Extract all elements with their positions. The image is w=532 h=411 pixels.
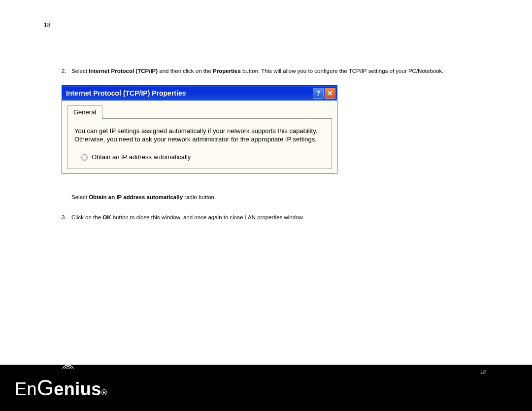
step-number: 3.: [62, 213, 71, 222]
page-number-top: 18: [44, 22, 50, 29]
instruction-substep: Select Obtain an IP address automaticall…: [71, 193, 488, 202]
window-title: Internet Protocol (TCP/IP) Properties: [66, 88, 186, 98]
text: Select: [71, 68, 89, 74]
document-content: 2. Select Internet Protocol (TCP/IP) and…: [62, 67, 488, 226]
instruction-step-3: 3. Click on the OK button to close this …: [62, 213, 488, 222]
tab-panel-general: You can get IP settings assigned automat…: [67, 118, 332, 170]
brand-text-g: G: [37, 376, 54, 400]
bold-text: Obtain an IP address automatically: [89, 194, 183, 200]
brand-text-rest: enius: [54, 379, 101, 400]
window-body: General You can get IP settings assigned…: [62, 101, 337, 173]
after-window-text: Select Obtain an IP address automaticall…: [62, 193, 488, 221]
text: radio button.: [183, 194, 216, 200]
footer-page-number: 18: [480, 370, 486, 375]
bold-text: Properties: [213, 68, 241, 74]
titlebar-buttons: ? ✕: [313, 88, 335, 99]
window-titlebar: Internet Protocol (TCP/IP) Properties ? …: [62, 86, 337, 101]
page-footer: 18 EnGenius®: [0, 365, 532, 411]
tab-general[interactable]: General: [67, 105, 102, 119]
brand-text-en: En: [15, 379, 37, 400]
step-text: Click on the OK button to close this win…: [71, 213, 488, 222]
close-button[interactable]: ✕: [325, 88, 335, 99]
brand-logo: EnGenius®: [15, 376, 107, 400]
info-text: You can get IP settings assigned automat…: [74, 127, 325, 144]
radio-obtain-ip-auto[interactable]: Obtain an IP address automatically: [81, 153, 325, 162]
text: button. This will allow you to configure…: [241, 68, 444, 74]
bold-text: OK: [102, 214, 111, 220]
brand-registered-icon: ®: [101, 388, 107, 397]
step-number: 2.: [62, 67, 71, 75]
text: and then click on the: [158, 68, 213, 74]
wifi-icon: [61, 361, 75, 370]
radio-label: Obtain an IP address automatically: [92, 153, 191, 162]
tcpip-properties-window: Internet Protocol (TCP/IP) Properties ? …: [62, 85, 337, 174]
radio-icon: [81, 154, 88, 161]
text: Click on the: [71, 214, 102, 220]
step-text: Select Internet Protocol (TCP/IP) and th…: [71, 67, 488, 75]
help-button[interactable]: ?: [313, 88, 324, 99]
tab-strip: General: [67, 105, 332, 119]
instruction-step-2: 2. Select Internet Protocol (TCP/IP) and…: [62, 67, 488, 75]
text: Select: [71, 194, 89, 200]
text: button to close this window, and once ag…: [111, 214, 304, 220]
bold-text: Internet Protocol (TCP/IP): [89, 68, 158, 74]
